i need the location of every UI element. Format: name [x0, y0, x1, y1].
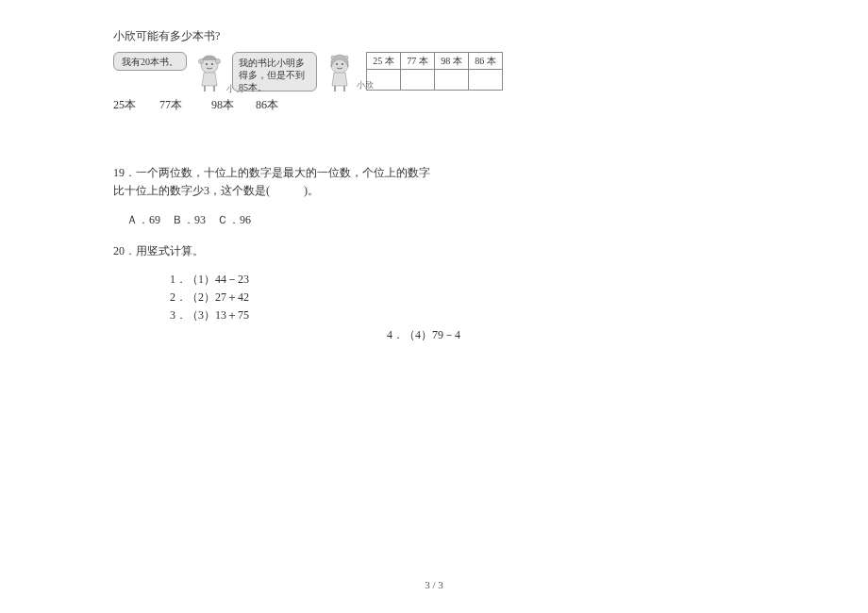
list-item: 1．（1）44－23: [170, 271, 755, 289]
svg-point-9: [342, 63, 343, 65]
svg-point-11: [344, 56, 348, 59]
svg-point-3: [199, 59, 204, 64]
table-cell-empty: [435, 70, 469, 91]
table-cell: 86 本: [469, 53, 503, 70]
option-text: 25本: [113, 98, 136, 111]
svg-point-10: [331, 56, 335, 59]
svg-point-2: [211, 63, 213, 65]
child-girl-icon: [323, 52, 357, 93]
table-cell: 77 本: [401, 53, 435, 70]
svg-point-4: [216, 59, 221, 64]
q19-choices: Ａ．69 Ｂ．93 Ｃ．96: [126, 211, 755, 229]
list-item: 3．（3）13＋75: [170, 306, 755, 324]
spacer: [113, 113, 755, 164]
table-cell: 98 本: [435, 53, 469, 70]
option-text: 77本: [159, 98, 182, 111]
table-row: [367, 70, 503, 91]
q18-illustration: 我有20本书。 小明 我的书比小明多得多，但是不到85本。: [113, 52, 755, 93]
table-row: 25 本 77 本 98 本 86 本: [367, 53, 503, 70]
svg-point-1: [206, 63, 208, 65]
q19-line1: 19．一个两位数，十位上的数字是最大的一位数，个位上的数字: [113, 164, 755, 182]
speech-bubble-xiaoming: 我有20本书。: [113, 52, 187, 71]
table-cell: 25 本: [367, 53, 401, 70]
question-19: 19．一个两位数，十位上的数字是最大的一位数，个位上的数字 比十位上的数字少3，…: [113, 164, 755, 230]
q20-list: 1．（1）44－23 2．（2）27＋42 3．（3）13＋75 4．（4）79…: [170, 271, 755, 345]
character-xiaoming: 小明: [192, 52, 226, 93]
char2-label: 小欣: [357, 79, 374, 91]
q18-options: 25本 77本 98本 86本: [113, 97, 755, 113]
q19-line2: 比十位上的数字少3，这个数是( )。: [113, 182, 755, 200]
q18-title: 小欣可能有多少本书?: [113, 28, 755, 44]
speech-bubble-xiaoxin: 我的书比小明多得多，但是不到85本。: [232, 52, 317, 91]
question-20: 20．用竖式计算。 1．（1）44－23 2．（2）27＋42 3．（3）13＋…: [113, 243, 755, 345]
page-number: 3 / 3: [0, 579, 868, 590]
q18-answer-table: 25 本 77 本 98 本 86 本: [366, 52, 503, 91]
bubble2-text: 我的书比小明多得多，但是不到85本。: [239, 58, 305, 92]
list-item: 4．（4）79－4: [387, 326, 755, 344]
list-item: 2．（2）27＋42: [170, 289, 755, 306]
page-content: 小欣可能有多少本书? 我有20本书。 小明 我的书比小明多得多，但是不到85本。: [0, 0, 868, 344]
table-cell-empty: [401, 70, 435, 91]
character-xiaoxin: 小欣: [323, 52, 357, 93]
bubble1-text: 我有20本书。: [122, 56, 178, 68]
child-girl-icon: [192, 52, 226, 93]
option-text: 98本: [211, 98, 234, 111]
option-text: 86本: [256, 98, 278, 111]
table-cell-empty: [469, 70, 503, 91]
q20-title: 20．用竖式计算。: [113, 243, 755, 259]
svg-point-8: [336, 63, 338, 65]
